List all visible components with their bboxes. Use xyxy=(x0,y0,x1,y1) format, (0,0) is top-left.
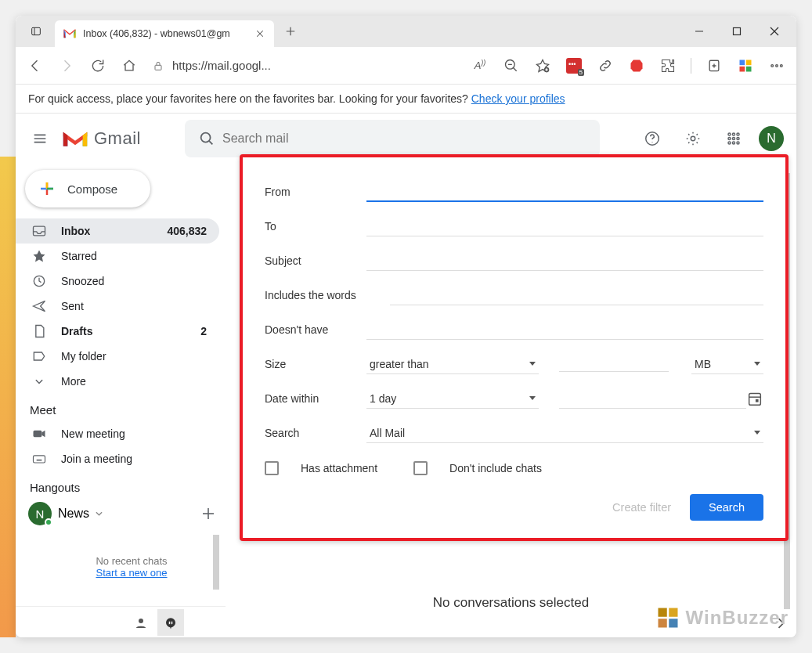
search-button[interactable]: Search xyxy=(690,494,763,521)
sidebar-item-count: 2 xyxy=(200,325,219,337)
side-panel-toggle-icon[interactable] xyxy=(773,615,789,631)
chevron-down-icon xyxy=(754,362,760,366)
sidebar-item-drafts[interactable]: Drafts2 xyxy=(16,319,219,344)
more-button[interactable] xyxy=(768,57,785,74)
account-avatar[interactable]: N xyxy=(759,126,784,151)
search-bar[interactable] xyxy=(185,120,600,157)
sidebar-item-more[interactable]: More xyxy=(16,369,219,394)
date-label: Date within xyxy=(265,392,366,405)
compose-button[interactable]: Compose xyxy=(25,170,150,207)
extensions-button[interactable] xyxy=(659,57,677,74)
date-range-select[interactable]: 1 day xyxy=(366,389,539,409)
camera-icon xyxy=(31,426,47,442)
svg-point-33 xyxy=(201,133,211,143)
extension-link-icon[interactable] xyxy=(597,57,614,74)
close-window-button[interactable] xyxy=(765,22,784,41)
svg-point-39 xyxy=(732,133,734,135)
browser-tab[interactable]: Inbox (406,832) - wbnews01@gm xyxy=(55,20,274,47)
doesnt-have-input[interactable] xyxy=(366,320,763,340)
subject-input[interactable] xyxy=(366,251,763,271)
sidebar-item-label: Inbox xyxy=(61,225,90,237)
includes-input[interactable] xyxy=(390,286,763,305)
start-chat-link[interactable]: Start a new one xyxy=(96,567,167,579)
sidebar-item-label: Drafts xyxy=(61,325,92,337)
svg-rect-10 xyxy=(155,65,161,70)
support-button[interactable] xyxy=(637,123,668,154)
gmail-logo[interactable]: Gmail xyxy=(61,128,141,150)
chevron-down-icon[interactable] xyxy=(96,511,103,516)
gmail-logo-text: Gmail xyxy=(94,128,141,149)
extension-adblock-icon[interactable] xyxy=(628,57,645,74)
sidebar-item-snoozed[interactable]: Snoozed xyxy=(16,269,219,294)
date-input[interactable] xyxy=(559,389,746,409)
svg-point-45 xyxy=(732,142,734,144)
search-in-select[interactable]: All Mail xyxy=(366,424,763,443)
create-filter-button[interactable]: Create filter xyxy=(612,501,671,514)
sidebar-item-count: 406,832 xyxy=(167,225,219,237)
svg-rect-54 xyxy=(34,431,42,437)
search-input[interactable] xyxy=(222,132,594,146)
chevron-down-icon xyxy=(754,431,760,435)
extension-lastpass-icon[interactable]: 5••• xyxy=(565,57,583,74)
zoom-out-icon[interactable] xyxy=(503,57,520,74)
to-label: To xyxy=(265,220,366,233)
collections-button[interactable] xyxy=(706,57,723,74)
new-tab-button[interactable] xyxy=(277,18,304,45)
close-tab-icon[interactable] xyxy=(254,27,266,40)
home-button[interactable] xyxy=(121,57,138,74)
sidebar-item-my-folder[interactable]: My folder xyxy=(16,344,219,369)
search-icon[interactable] xyxy=(191,123,222,154)
compose-label: Compose xyxy=(67,182,117,196)
to-input[interactable] xyxy=(366,217,763,236)
address-bar[interactable]: https://mail.googl... xyxy=(152,59,309,72)
inbox-icon xyxy=(31,223,47,239)
hangouts-user-row[interactable]: N News xyxy=(16,499,226,529)
apps-button[interactable] xyxy=(718,123,749,154)
size-value-input[interactable] xyxy=(559,357,669,372)
browser-window: Inbox (406,832) - wbnews01@gm https://ma… xyxy=(16,16,796,637)
exclude-chats-checkbox[interactable] xyxy=(413,461,428,475)
profile-icon[interactable] xyxy=(737,57,754,74)
meet-item-join-a-meeting[interactable]: Join a meeting xyxy=(16,446,219,471)
sidebar-item-sent[interactable]: Sent xyxy=(16,294,219,319)
search-in-label: Search xyxy=(265,427,366,439)
check-profiles-link[interactable]: Check your profiles xyxy=(471,92,565,105)
new-chat-icon[interactable] xyxy=(199,504,218,523)
from-input[interactable] xyxy=(366,182,763,202)
hangouts-avatar: N xyxy=(28,502,52,525)
sidebar-item-label: Sent xyxy=(61,300,84,312)
minimize-button[interactable] xyxy=(690,22,709,41)
chat-panel: No recent chats Start a new one xyxy=(44,535,219,590)
chevron-down-icon xyxy=(529,362,536,366)
gmail-logo-icon xyxy=(61,128,89,150)
back-button[interactable] xyxy=(27,57,44,74)
settings-button[interactable] xyxy=(677,123,709,154)
sidebar-item-label: More xyxy=(61,375,86,388)
svg-rect-26 xyxy=(746,66,752,71)
from-label: From xyxy=(265,186,366,198)
meet-item-new-meeting[interactable]: New meeting xyxy=(16,421,219,446)
sidebar-item-inbox[interactable]: Inbox406,832 xyxy=(16,218,219,244)
favorite-icon[interactable] xyxy=(534,57,551,74)
maximize-button[interactable] xyxy=(727,22,746,41)
read-aloud-icon[interactable]: A)) xyxy=(471,57,489,74)
meet-section-title: Meet xyxy=(16,394,226,421)
refresh-button[interactable] xyxy=(89,57,106,74)
size-unit-select[interactable]: MB xyxy=(691,355,763,374)
scrollbar[interactable] xyxy=(213,535,219,590)
chevron-down-icon xyxy=(529,396,536,400)
svg-point-44 xyxy=(728,142,731,144)
hangouts-tab[interactable] xyxy=(157,609,184,636)
svg-rect-51 xyxy=(34,226,45,236)
main-menu-button[interactable] xyxy=(23,122,56,155)
svg-point-28 xyxy=(776,64,778,67)
sidebar-item-starred[interactable]: Starred xyxy=(16,244,219,269)
size-operator-select[interactable]: greater than xyxy=(366,355,539,374)
tab-actions-button[interactable] xyxy=(25,20,47,42)
has-attachment-label: Has attachment xyxy=(301,462,377,474)
svg-rect-23 xyxy=(740,60,745,65)
label-icon xyxy=(31,348,47,364)
calendar-icon[interactable] xyxy=(746,390,763,407)
contacts-tab[interactable] xyxy=(128,609,154,636)
has-attachment-checkbox[interactable] xyxy=(265,461,279,475)
